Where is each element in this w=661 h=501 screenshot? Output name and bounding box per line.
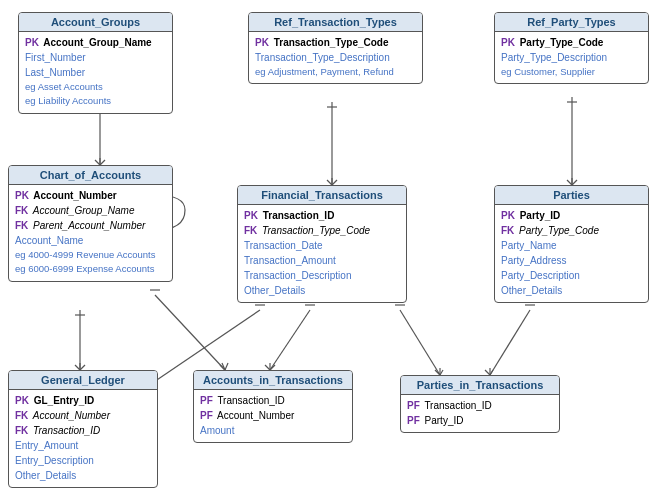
entity-chart-of-accounts-title: Chart_of_Accounts xyxy=(9,166,172,185)
field-eg-adjustment: eg Adjustment, Payment, Refund xyxy=(255,65,416,79)
entity-chart-of-accounts: Chart_of_Accounts PK Account_Number FK A… xyxy=(8,165,173,282)
field-gl-other-details: Other_Details xyxy=(15,468,151,483)
entity-ref-party-types: Ref_Party_Types PK Party_Type_Code Party… xyxy=(494,12,649,84)
field-coa-account-group-name: FK Account_Group_Name xyxy=(15,203,166,218)
field-pit-transaction-id: PF Transaction_ID xyxy=(407,398,553,413)
field-party-id: PK Party_ID xyxy=(501,208,642,223)
field-p-other-details: Other_Details xyxy=(501,283,642,298)
entity-account-groups-body: PK Account_Group_Name First_Number Last_… xyxy=(19,32,172,113)
entity-parties-in-transactions-title: Parties_in_Transactions xyxy=(401,376,559,395)
entity-ref-party-types-title: Ref_Party_Types xyxy=(495,13,648,32)
entity-financial-transactions-body: PK Transaction_ID FK Transaction_Type_Co… xyxy=(238,205,406,302)
field-first-number: First_Number xyxy=(25,50,166,65)
entity-ref-transaction-types-title: Ref_Transaction_Types xyxy=(249,13,422,32)
svg-line-34 xyxy=(270,310,310,370)
field-transaction-amount: Transaction_Amount xyxy=(244,253,400,268)
entity-account-groups-title: Account_Groups xyxy=(19,13,172,32)
field-p-party-type-code: FK Party_Type_Code xyxy=(501,223,642,238)
field-account-name: Account_Name xyxy=(15,233,166,248)
field-eg-4000: eg 4000-4999 Revenue Accounts xyxy=(15,248,166,262)
field-transaction-desc: Transaction_Description xyxy=(244,268,400,283)
entity-parties: Parties PK Party_ID FK Party_Type_Code P… xyxy=(494,185,649,303)
field-eg-6000: eg 6000-6999 Expense Accounts xyxy=(15,262,166,276)
field-transaction-type-code: PK Transaction_Type_Code xyxy=(255,35,416,50)
field-transaction-id: PK Transaction_ID xyxy=(244,208,400,223)
entity-general-ledger: General_Ledger PK GL_Entry_ID FK Account… xyxy=(8,370,158,488)
field-last-number: Last_Number xyxy=(25,65,166,80)
field-transaction-type-desc: Transaction_Type_Description xyxy=(255,50,416,65)
svg-line-26 xyxy=(225,363,228,370)
field-gl-transaction-id: FK Transaction_ID xyxy=(15,423,151,438)
field-entry-amount: Entry_Amount xyxy=(15,438,151,453)
svg-line-27 xyxy=(222,363,225,370)
svg-line-24 xyxy=(155,295,225,370)
field-ft-other-details: Other_Details xyxy=(244,283,400,298)
entity-chart-of-accounts-body: PK Account_Number FK Account_Group_Name … xyxy=(9,185,172,281)
field-eg-liability: eg Liability Accounts xyxy=(25,94,166,108)
field-ft-transaction-type-code: FK Transaction_Type_Code xyxy=(244,223,400,238)
entity-ref-transaction-types: Ref_Transaction_Types PK Transaction_Typ… xyxy=(248,12,423,84)
entity-accounts-in-transactions-title: Accounts_in_Transactions xyxy=(194,371,352,390)
field-eg-customer: eg Customer, Supplier xyxy=(501,65,642,79)
entity-accounts-in-transactions: Accounts_in_Transactions PF Transaction_… xyxy=(193,370,353,443)
entity-ref-party-types-body: PK Party_Type_Code Party_Type_Descriptio… xyxy=(495,32,648,83)
field-eg-asset: eg Asset Accounts xyxy=(25,80,166,94)
field-transaction-date: Transaction_Date xyxy=(244,238,400,253)
field-party-name: Party_Name xyxy=(501,238,642,253)
field-party-type-code: PK Party_Type_Code xyxy=(501,35,642,50)
field-party-type-desc: Party_Type_Description xyxy=(501,50,642,65)
entity-parties-in-transactions-body: PF Transaction_ID PF Party_ID xyxy=(401,395,559,432)
entity-ref-transaction-types-body: PK Transaction_Type_Code Transaction_Typ… xyxy=(249,32,422,83)
field-gl-account-number: FK Account_Number xyxy=(15,408,151,423)
entity-parties-in-transactions: Parties_in_Transactions PF Transaction_I… xyxy=(400,375,560,433)
entity-accounts-in-transactions-body: PF Transaction_ID PF Account_Number Amou… xyxy=(194,390,352,442)
field-account-group-name: PK Account_Group_Name xyxy=(25,35,166,50)
entity-general-ledger-body: PK GL_Entry_ID FK Account_Number FK Tran… xyxy=(9,390,157,487)
field-entry-description: Entry_Description xyxy=(15,453,151,468)
field-gl-entry-id: PK GL_Entry_ID xyxy=(15,393,151,408)
field-pit-party-id: PF Party_ID xyxy=(407,413,553,428)
field-party-address: Party_Address xyxy=(501,253,642,268)
entity-financial-transactions: Financial_Transactions PK Transaction_ID… xyxy=(237,185,407,303)
svg-line-44 xyxy=(490,310,530,375)
erd-diagram: Account_Groups PK Account_Group_Name Fir… xyxy=(0,0,661,501)
entity-account-groups: Account_Groups PK Account_Group_Name Fir… xyxy=(18,12,173,114)
entity-parties-body: PK Party_ID FK Party_Type_Code Party_Nam… xyxy=(495,205,648,302)
field-account-number: PK Account_Number xyxy=(15,188,166,203)
entity-financial-transactions-title: Financial_Transactions xyxy=(238,186,406,205)
entity-parties-title: Parties xyxy=(495,186,648,205)
field-ait-amount: Amount xyxy=(200,423,346,438)
field-ait-transaction-id: PF Transaction_ID xyxy=(200,393,346,408)
entity-general-ledger-title: General_Ledger xyxy=(9,371,157,390)
field-coa-parent-account: FK Parent_Account_Number xyxy=(15,218,166,233)
svg-line-39 xyxy=(400,310,440,375)
field-ait-account-number: PF Account_Number xyxy=(200,408,346,423)
field-party-description: Party_Description xyxy=(501,268,642,283)
